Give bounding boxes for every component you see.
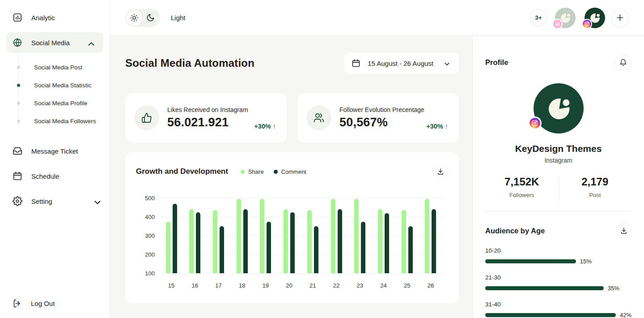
theme-toggle[interactable] bbox=[125, 9, 160, 27]
sidebar-item-social-media-post[interactable]: Social Media Post bbox=[0, 58, 110, 76]
share-bar bbox=[284, 209, 288, 273]
subnav-item-label: Social Media Profile bbox=[34, 100, 87, 107]
comment-bar bbox=[314, 226, 318, 273]
share-bar bbox=[213, 210, 217, 273]
bar-group: 22 bbox=[330, 198, 342, 273]
bar-group: 25 bbox=[401, 198, 413, 273]
y-axis-tick: 400 bbox=[138, 214, 155, 220]
bell-icon bbox=[619, 59, 627, 66]
page-title: Social Media Automation bbox=[125, 57, 254, 69]
date-range-value: 15 August - 26 August bbox=[368, 60, 433, 67]
sidebar: Analytic Social Media Social Media Post bbox=[0, 0, 110, 318]
audience-row: 21-3035% bbox=[485, 274, 631, 292]
subnav-item-label: Social Media Statistic bbox=[34, 82, 91, 89]
sidebar-item-logout[interactable]: Log Out bbox=[13, 299, 55, 308]
account-avatar-dribbble[interactable] bbox=[555, 8, 576, 28]
legend-label: Comment bbox=[281, 168, 306, 175]
profile-title: Profile bbox=[485, 58, 508, 67]
x-axis-tick: 18 bbox=[233, 282, 251, 289]
x-axis-tick: 23 bbox=[351, 282, 369, 289]
thumbs-up-icon bbox=[134, 105, 159, 130]
sidebar-item-setting[interactable]: Setting bbox=[0, 191, 110, 211]
sidebar-item-social-media-followers[interactable]: Social Media Followers bbox=[0, 112, 110, 130]
bullet-dot-icon bbox=[17, 66, 20, 69]
profile-stats: 7,152K Followers 2,179 Post bbox=[485, 176, 631, 198]
y-axis-tick: 100 bbox=[138, 270, 155, 277]
sidebar-item-label: Message Ticket bbox=[31, 147, 78, 155]
moon-icon[interactable] bbox=[142, 13, 159, 22]
audience-percent: 15% bbox=[580, 258, 592, 265]
topbar-accounts: 3+ bbox=[530, 8, 629, 28]
analytics-icon bbox=[13, 13, 22, 22]
sidebar-item-message-ticket[interactable]: Message Ticket bbox=[0, 141, 110, 161]
chart-header: Growth and Development ShareComment bbox=[136, 164, 448, 179]
bar-group: 26 bbox=[425, 198, 436, 273]
profile-avatar[interactable] bbox=[534, 83, 584, 133]
audience-title: Audience by Age bbox=[485, 227, 545, 235]
chart-download-button[interactable] bbox=[433, 164, 448, 179]
sidebar-item-social-media-statistic[interactable]: Social Media Statistic bbox=[0, 76, 110, 94]
comment-bar bbox=[432, 209, 436, 273]
growth-chart-card: Growth and Development ShareComment 5004… bbox=[125, 152, 459, 303]
globe-icon bbox=[13, 38, 22, 47]
audience-download-button[interactable] bbox=[616, 223, 631, 238]
theme-mode-label: Light bbox=[171, 14, 186, 21]
audience-age-label: 21-30 bbox=[485, 274, 631, 281]
sidebar-item-schedule[interactable]: Schedule bbox=[0, 166, 110, 186]
divider bbox=[485, 211, 631, 211]
legend-item: Comment bbox=[274, 168, 306, 175]
stat-value: 56.021.921 bbox=[167, 116, 248, 129]
main-header: Social Media Automation 15 August - 26 A… bbox=[125, 52, 459, 74]
download-icon bbox=[437, 168, 444, 175]
bar-group: 15 bbox=[165, 198, 177, 273]
sidebar-nav: Analytic Social Media Social Media Post bbox=[0, 0, 110, 211]
app-root: Analytic Social Media Social Media Post bbox=[0, 0, 644, 318]
chart-legend: ShareComment bbox=[241, 168, 306, 175]
bar-group: 17 bbox=[212, 198, 224, 273]
x-axis-tick: 19 bbox=[256, 282, 275, 289]
sidebar-item-social-media-profile[interactable]: Social Media Profile bbox=[0, 94, 110, 112]
stat-delta: +30% ↑ bbox=[254, 123, 276, 130]
legend-item: Share bbox=[241, 168, 264, 175]
bullet-dot-icon bbox=[17, 102, 20, 105]
comment-bar bbox=[361, 222, 365, 274]
stat-label: Likes Received on Instagram bbox=[167, 106, 248, 113]
share-bar bbox=[425, 199, 429, 273]
bar-group: 23 bbox=[354, 198, 366, 273]
topbar: Light 3+ bbox=[110, 0, 644, 36]
bullet-dot-icon bbox=[17, 120, 20, 123]
followers-label: Followers bbox=[485, 192, 559, 198]
followers-count: 7,152K bbox=[485, 176, 559, 188]
calendar-icon bbox=[13, 171, 22, 181]
comment-bar bbox=[338, 209, 342, 273]
sun-icon[interactable] bbox=[127, 10, 142, 26]
more-accounts-badge[interactable]: 3+ bbox=[530, 9, 547, 26]
x-axis-tick: 21 bbox=[303, 282, 322, 289]
sidebar-item-label: Schedule bbox=[31, 172, 59, 180]
sidebar-item-social-media[interactable]: Social Media bbox=[6, 32, 103, 53]
date-range-picker[interactable]: 15 August - 26 August bbox=[344, 52, 459, 74]
notifications-button[interactable] bbox=[615, 54, 631, 71]
add-account-button[interactable] bbox=[611, 9, 629, 27]
comment-bar bbox=[290, 212, 295, 274]
instagram-icon bbox=[582, 19, 592, 29]
x-axis-tick: 22 bbox=[327, 282, 346, 289]
stat-cards: Likes Received on Instagram 56.021.921 +… bbox=[125, 93, 459, 142]
share-bar bbox=[378, 209, 382, 273]
audience-rows: 10-2015%21-3035%31-4042% bbox=[485, 247, 631, 318]
audience-bar bbox=[485, 286, 604, 290]
sidebar-item-analytic[interactable]: Analytic bbox=[0, 7, 110, 28]
audience-age-label: 31-40 bbox=[485, 301, 631, 308]
comment-bar bbox=[385, 213, 389, 273]
legend-label: Share bbox=[248, 168, 264, 175]
comment-bar bbox=[408, 226, 413, 273]
share-bar bbox=[307, 210, 312, 273]
users-icon bbox=[306, 105, 331, 130]
main-content: Social Media Automation 15 August - 26 A… bbox=[110, 36, 472, 318]
stat-card-followers: Follower Evolution Precentage 50,567% +3… bbox=[297, 93, 459, 142]
posts-count: 2,179 bbox=[559, 176, 632, 188]
x-axis-tick: 16 bbox=[186, 282, 204, 289]
account-avatar-instagram[interactable] bbox=[585, 8, 605, 28]
inbox-icon bbox=[13, 146, 22, 156]
share-bar bbox=[237, 199, 241, 273]
